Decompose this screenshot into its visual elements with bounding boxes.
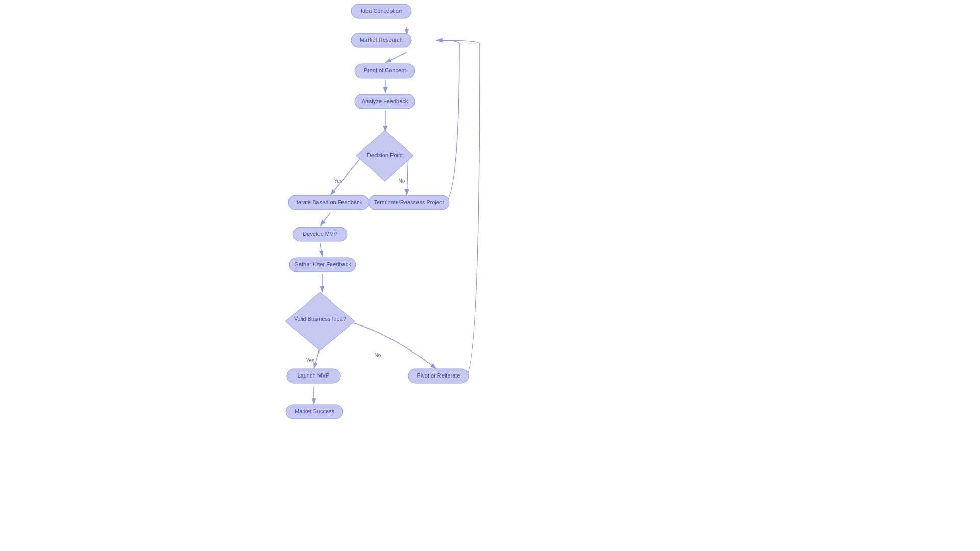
pivot-label: Pivot or Reiterate	[417, 372, 460, 379]
terminate-label: Terminate/Reassess Project	[374, 199, 444, 205]
market-research-label: Market Research	[360, 37, 403, 43]
flowchart-container: Yes No Yes No Idea Conception Market Res…	[0, 0, 980, 551]
svg-line-2	[385, 52, 407, 63]
proof-of-concept-label: Proof of Concept	[364, 67, 406, 73]
idea-conception-label: Idea Conception	[361, 8, 402, 14]
analyze-feedback-label: Analyze Feedback	[362, 98, 408, 104]
yes-label-2: Yes	[306, 358, 314, 363]
valid-business-label: Valid Business Idea?	[294, 316, 346, 322]
develop-mvp-label: Develop MVP	[303, 231, 337, 237]
svg-line-10	[314, 349, 320, 369]
svg-line-8	[320, 243, 322, 257]
svg-line-7	[320, 213, 330, 226]
launch-mvp-label: Launch MVP	[298, 372, 330, 379]
decision-point-label: Decision Point	[367, 152, 403, 158]
yes-label-1: Yes	[334, 178, 342, 184]
market-success-label: Market Success	[295, 408, 335, 414]
no-label-1: No	[399, 178, 405, 184]
gather-feedback-label: Gather User Feedback	[294, 261, 351, 267]
iterate-label: Iterate Based on Feedback	[295, 199, 363, 205]
no-label-2: No	[375, 353, 381, 358]
svg-line-5	[330, 156, 362, 195]
